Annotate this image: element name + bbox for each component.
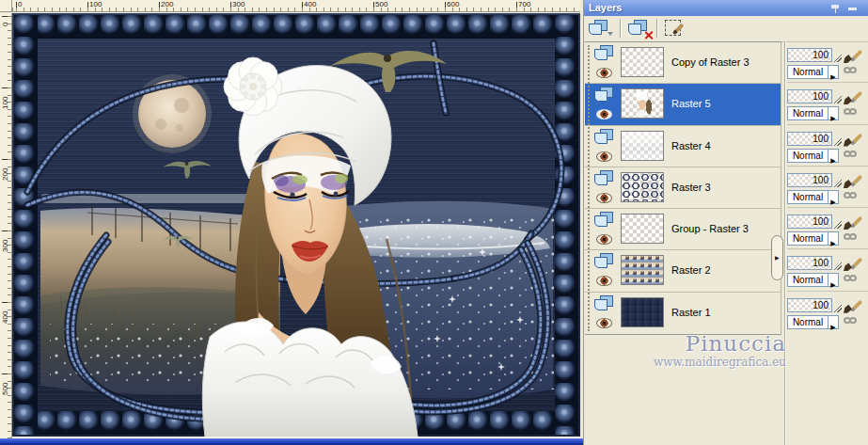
layer-row-raster-1[interactable]: Raster 1 [585,293,781,334]
edit-selection-button[interactable] [665,20,687,38]
layer-link-icon[interactable] [844,150,860,161]
layer-link-icon[interactable] [844,316,860,327]
arrow-icon: ▶ [830,324,835,331]
opacity-field[interactable]: 100 [787,215,832,229]
layer-properties: 100 Normal ▶ [787,167,868,208]
brush-icon[interactable] [843,129,863,148]
layer-row-copy-of-raster-3[interactable]: Copy of Raster 3 [585,42,781,84]
opacity-slider-grip-icon[interactable] [834,262,842,270]
brush-icon[interactable] [843,295,863,314]
visibility-eye-icon[interactable] [596,234,612,245]
visibility-eye-icon[interactable] [596,151,612,162]
ruler-label: 0 [18,0,22,8]
layer-properties-column: 100 Normal ▶ 100 Normal ▶ 100 Normal [787,41,868,333]
layer-name: Raster 5 [671,84,711,124]
layer-properties: 100 Normal ▶ [787,292,868,333]
layer-link-icon[interactable] [844,274,860,285]
blend-mode-arrow-button[interactable]: ▶ [829,190,839,204]
layer-link-icon[interactable] [844,191,860,202]
blend-mode-select[interactable]: Normal [787,106,829,120]
blend-mode-arrow-button[interactable]: ▶ [829,231,839,246]
vertical-ruler: 0 100 200 300 400 500 [0,13,12,438]
arrow-icon: ▶ [830,281,835,289]
visibility-eye-icon[interactable] [596,68,612,78]
layer-row-raster-4[interactable]: Raster 4 [585,126,781,167]
blend-mode-arrow-button[interactable]: ▶ [829,315,839,329]
brush-icon[interactable] [843,253,863,272]
ruler-label: 100 [89,0,102,8]
opacity-field[interactable]: 100 [787,89,832,103]
window-bottom-border [0,438,583,445]
visibility-eye-icon[interactable] [596,193,612,203]
layer-thumbnail[interactable] [621,131,664,161]
minimize-icon[interactable] [848,8,857,10]
layer-link-icon[interactable] [844,107,860,119]
opacity-field[interactable]: 100 [787,256,832,270]
blend-mode-value: Normal [793,108,823,119]
layer-row-raster-3[interactable]: Raster 3 [585,167,781,209]
layer-link-icon[interactable] [844,232,860,244]
layer-thumbnail[interactable] [621,255,664,285]
layer-thumbnail[interactable] [621,297,664,327]
arrow-icon: ▶ [830,73,835,81]
layer-thumbnail[interactable] [621,214,664,244]
opacity-value: 100 [813,49,829,61]
horizontal-ruler: 0 100 200 300 400 500 600 700 [12,0,580,12]
layer-properties: 100 Normal ▶ [787,208,868,249]
visibility-eye-icon[interactable] [596,276,612,286]
layer-thumbnail[interactable] [621,88,664,119]
layer-link-icon[interactable] [844,66,860,77]
visibility-eye-icon[interactable] [596,109,612,119]
layer-properties: 100 Normal ▶ [787,125,868,167]
opacity-slider-grip-icon[interactable] [834,305,842,312]
blend-mode-value: Normal [793,233,823,244]
toolbar-separator [620,19,622,38]
splitter-collapse-handle[interactable]: ▶ [771,235,783,280]
opacity-slider-grip-icon[interactable] [834,55,842,62]
canvas-image[interactable] [12,13,580,437]
blend-mode-select[interactable]: Normal [787,231,829,246]
blend-mode-arrow-button[interactable]: ▶ [829,106,839,120]
blend-mode-select[interactable]: Normal [787,315,829,329]
opacity-slider-grip-icon[interactable] [834,96,842,103]
blend-mode-arrow-button[interactable]: ▶ [829,273,839,287]
opacity-value: 100 [813,257,829,269]
opacity-field[interactable]: 100 [787,173,832,187]
blend-mode-arrow-button[interactable]: ▶ [829,65,839,79]
blend-mode-arrow-button[interactable]: ▶ [829,149,839,163]
layer-row-raster-2[interactable]: Raster 2 [585,250,781,292]
blend-mode-value: Normal [793,67,823,77]
brush-icon[interactable] [843,170,863,189]
palette-titlebar[interactable]: Layers [584,0,868,16]
new-layer-dropdown-arrow[interactable] [608,32,613,36]
brush-icon[interactable] [843,45,863,64]
blend-mode-select[interactable]: Normal [787,65,829,79]
brush-icon[interactable] [843,87,863,105]
opacity-field[interactable]: 100 [787,298,832,312]
delete-layer-button[interactable] [628,20,651,38]
brush-icon[interactable] [843,212,863,230]
layer-name: Raster 3 [671,167,711,208]
opacity-value: 100 [813,215,829,228]
layer-row-raster-5[interactable]: Raster 5 [585,84,781,125]
visibility-eye-icon[interactable] [596,318,612,328]
layer-row-group-raster-3[interactable]: Group - Raster 3 [585,209,781,250]
opacity-field[interactable]: 100 [787,132,832,146]
arrow-icon: ▶ [830,240,835,247]
watermark-url: www.maidiregrafica.eu [654,356,786,369]
new-layer-button[interactable] [589,20,611,38]
opacity-field[interactable]: 100 [787,48,832,62]
layer-thumbnail[interactable] [621,172,664,202]
arrow-icon: ▶ [830,199,835,206]
pin-icon[interactable] [830,4,840,13]
opacity-slider-grip-icon[interactable] [834,221,842,229]
blend-mode-select[interactable]: Normal [787,273,829,287]
blend-mode-select[interactable]: Normal [787,190,829,204]
palette-title: Layers [589,2,622,13]
layer-thumbnail[interactable] [621,47,664,77]
palette-splitter[interactable] [784,41,786,445]
blend-mode-select[interactable]: Normal [787,149,829,163]
opacity-slider-grip-icon[interactable] [834,138,842,146]
layer-type-icon [594,170,613,185]
opacity-slider-grip-icon[interactable] [834,180,842,187]
